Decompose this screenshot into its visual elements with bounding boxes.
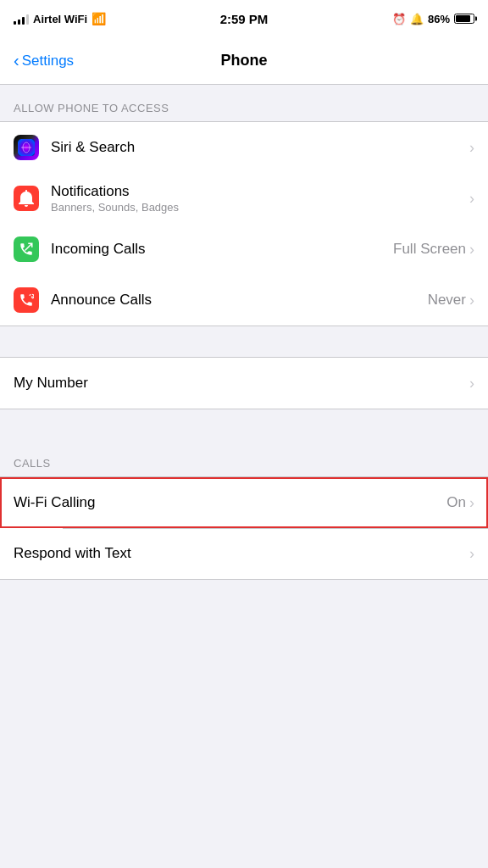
status-left: Airtel WiFi 📶 [14, 12, 106, 25]
announce-svg [19, 292, 34, 308]
bell-icon: 🔔 [410, 13, 424, 25]
item-title: Announce Calls [51, 292, 428, 309]
back-button[interactable]: ‹ Settings [14, 53, 74, 70]
navigation-bar: ‹ Settings Phone [0, 37, 488, 85]
signal-icon [14, 13, 29, 25]
item-text: Notifications Banners, Sounds, Badges [51, 183, 469, 214]
item-text: Incoming Calls [51, 241, 393, 258]
item-text: Wi-Fi Calling [14, 494, 446, 511]
list-item[interactable]: My Number › [0, 358, 488, 409]
item-title: Siri & Search [51, 139, 469, 156]
chevron-right-icon: › [469, 292, 474, 309]
item-value: Full Screen [393, 241, 466, 258]
battery-icon [454, 14, 474, 24]
item-title: Wi-Fi Calling [14, 494, 446, 511]
item-text: Siri & Search [51, 139, 469, 156]
section-header-allow: ALLOW PHONE TO ACCESS [0, 85, 488, 121]
item-right: › [469, 375, 474, 392]
group-gap [0, 326, 488, 357]
item-title: Incoming Calls [51, 241, 393, 258]
chevron-right-icon: › [469, 190, 474, 208]
siri-icon [14, 135, 39, 160]
notifications-icon [14, 186, 39, 211]
item-text: Announce Calls [51, 292, 428, 309]
chevron-right-icon: › [469, 139, 474, 157]
wifi-icon: 📶 [92, 12, 106, 25]
item-text: Respond with Text [14, 545, 469, 562]
item-right: On › [446, 494, 474, 512]
item-value: On [446, 494, 466, 511]
settings-group-my-number: My Number › [0, 357, 488, 409]
incoming-calls-icon [14, 236, 39, 262]
item-subtitle: Banners, Sounds, Badges [51, 201, 469, 214]
back-chevron-icon: ‹ [14, 52, 19, 69]
list-item[interactable]: Announce Calls Never › [0, 275, 488, 326]
item-text: My Number [14, 375, 469, 392]
item-right: › [469, 139, 474, 157]
status-time: 2:59 PM [220, 12, 269, 26]
group-gap [0, 409, 488, 440]
item-title: Respond with Text [14, 545, 469, 562]
status-right: ⏰ 🔔 86% [392, 13, 474, 25]
item-right: Full Screen › [393, 241, 474, 259]
settings-group-allow: Siri & Search › Notifications Banners, S… [0, 121, 488, 326]
list-item[interactable]: Respond with Text › [0, 528, 488, 579]
item-right: › [469, 190, 474, 208]
siri-logo [18, 139, 35, 156]
chevron-right-icon: › [469, 241, 474, 259]
status-bar: Airtel WiFi 📶 2:59 PM ⏰ 🔔 86% [0, 0, 488, 37]
list-item[interactable]: Wi-Fi Calling On › [0, 477, 488, 528]
list-item[interactable]: Siri & Search › [0, 122, 488, 173]
battery-percent: 86% [428, 13, 450, 25]
item-title: My Number [14, 375, 469, 392]
list-item[interactable]: Notifications Banners, Sounds, Badges › [0, 173, 488, 224]
bell-svg [19, 190, 34, 207]
chevron-right-icon: › [469, 494, 474, 512]
section-header-calls: CALLS [0, 440, 488, 476]
item-value: Never [428, 292, 466, 309]
item-right: › [469, 545, 474, 563]
page-title: Phone [220, 52, 267, 70]
svg-line-3 [25, 243, 32, 250]
carrier-label: Airtel WiFi [33, 13, 87, 25]
back-label: Settings [22, 53, 74, 70]
settings-group-calls: Wi-Fi Calling On › Respond with Text › [0, 476, 488, 580]
list-item[interactable]: Incoming Calls Full Screen › [0, 224, 488, 275]
item-right: Never › [428, 292, 474, 309]
item-title: Notifications [51, 183, 469, 200]
alarm-icon: ⏰ [392, 13, 406, 25]
phone-svg [19, 242, 34, 257]
chevron-right-icon: › [469, 545, 474, 563]
chevron-right-icon: › [469, 375, 474, 392]
announce-calls-icon [14, 287, 39, 313]
